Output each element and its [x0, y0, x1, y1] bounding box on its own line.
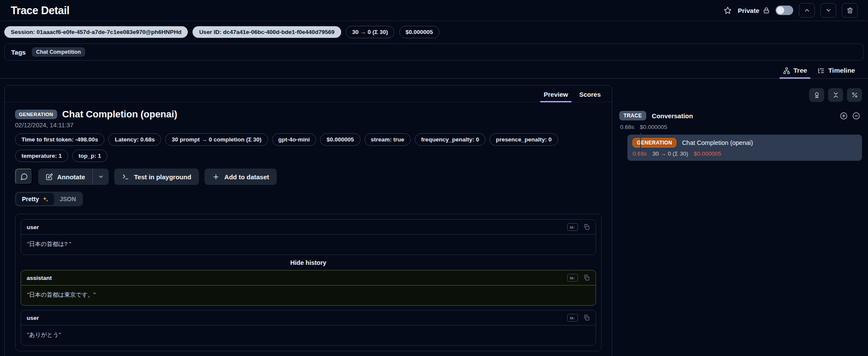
observation-title: Chat Completion (openai)	[62, 109, 177, 120]
privacy-indicator: Private	[738, 7, 770, 14]
delete-trace-button[interactable]	[842, 3, 858, 18]
temperature-badge: temperature: 1	[15, 150, 68, 162]
tab-timeline[interactable]: Timeline	[813, 64, 859, 78]
trace-zoom-controls	[840, 112, 862, 120]
plus-icon	[212, 173, 220, 181]
message-circle-icon	[20, 173, 28, 181]
message-role: user	[27, 315, 39, 321]
tags-container: Tags Chat Competition	[4, 43, 864, 61]
privacy-toggle[interactable]	[776, 6, 793, 15]
markdown-toggle-icon[interactable]: M↓	[567, 223, 578, 231]
page-header: Trace Detail Private	[0, 0, 868, 21]
test-in-playground-button[interactable]: Test in playground	[114, 169, 199, 185]
latency-badge: Latency: 0.68s	[108, 133, 161, 146]
trace-metrics: 0.68s $0.000005	[619, 124, 862, 130]
format-json-button[interactable]: JSON	[54, 193, 82, 205]
prompt-completion-badge: 30 prompt → 0 completion (Σ 30)	[165, 133, 268, 146]
generation-type-badge: GENERATION	[633, 138, 676, 147]
trace-node[interactable]: TRACE Conversation	[619, 111, 862, 120]
tags-label: Tags	[11, 49, 26, 56]
message-header: user M↓	[21, 220, 596, 235]
generation-cost: $0.000005	[694, 150, 721, 157]
stream-badge: stream: true	[364, 133, 411, 146]
award-icon	[813, 92, 820, 99]
message-header-icons: M↓	[567, 314, 590, 322]
observation-actions: Annotate Test in playground Add to datas…	[15, 169, 602, 185]
trace-latency: 0.68s	[620, 124, 634, 130]
terminal-icon	[122, 173, 129, 181]
copy-icon[interactable]	[583, 224, 590, 230]
hide-history-button[interactable]: Hide history	[21, 255, 596, 270]
header-actions: Private	[723, 3, 858, 18]
model-badge[interactable]: gpt-4o-mini	[272, 133, 317, 146]
message-header: assistant M↓	[21, 270, 596, 285]
format-pretty-button[interactable]: Pretty	[16, 193, 54, 205]
add-to-dataset-button[interactable]: Add to dataset	[205, 169, 277, 185]
toggle-knob	[776, 6, 784, 14]
generation-name: Chat Completion (openai)	[682, 139, 753, 146]
collapse-all-button[interactable]	[828, 88, 843, 102]
annotate-label: Annotate	[57, 173, 85, 181]
chevron-up-icon	[804, 7, 810, 14]
spacer	[21, 306, 596, 310]
message-role: assistant	[27, 275, 52, 281]
markdown-toggle-icon[interactable]: M↓	[567, 314, 578, 322]
view-tabs: Tree Timeline	[0, 64, 868, 79]
user-id-badge[interactable]: User ID: dc47a41e-06bc-400d-bde1-f0e440d…	[193, 26, 341, 38]
pretty-label: Pretty	[22, 196, 39, 203]
comment-button[interactable]	[15, 169, 33, 185]
markdown-toggle-icon[interactable]: M↓	[567, 274, 578, 282]
message-card-assistant: assistant M↓ "日本の首都は東京です。"	[21, 270, 596, 306]
annotate-split-button: Annotate	[38, 169, 109, 185]
observation-badges: Time to first token: -498.00s Latency: 0…	[15, 133, 587, 162]
trace-cost: $0.000005	[640, 124, 667, 130]
tree-indent-guide	[640, 133, 641, 157]
minus-circle-icon[interactable]	[852, 112, 860, 120]
tab-preview[interactable]: Preview	[538, 88, 573, 102]
tab-tree-label: Tree	[794, 67, 807, 74]
json-label: JSON	[60, 196, 76, 203]
message-header-icons: M↓	[567, 274, 590, 282]
tab-tree[interactable]: Tree	[779, 64, 812, 78]
ttft-badge: Time to first token: -498.00s	[15, 133, 104, 146]
message-card-user-1: user M↓ "日本の首都は? "	[21, 219, 596, 255]
plus-circle-icon[interactable]	[840, 112, 848, 120]
observation-title-row: GENERATION Chat Completion (openai)	[15, 109, 602, 120]
frequency-penalty-badge: frequency_penalty: 0	[415, 133, 486, 146]
tree-icon	[783, 67, 790, 74]
show-scores-button[interactable]	[809, 88, 824, 102]
tag-chip[interactable]: Chat Competition	[32, 47, 85, 57]
bookmark-star-icon[interactable]	[723, 6, 732, 15]
top-p-badge: top_p: 1	[72, 150, 108, 162]
tab-scores[interactable]: Scores	[574, 88, 606, 102]
generation-node-selected[interactable]: GENERATION Chat Completion (openai) 0.68…	[627, 135, 862, 161]
trace-tree-sidebar: TRACE Conversation 0.68s $0.000005 GENER…	[612, 85, 865, 161]
main-content: Preview Scores GENERATION Chat Completio…	[0, 85, 868, 352]
io-preview: user M↓ "日本の首都は? " Hide history assistan…	[15, 214, 602, 351]
message-content: "日本の首都は東京です。"	[21, 285, 596, 305]
trace-name: Conversation	[652, 112, 693, 120]
observation-panel: Preview Scores GENERATION Chat Completio…	[4, 85, 612, 356]
toggle-metrics-button[interactable]	[847, 88, 862, 102]
annotate-button[interactable]: Annotate	[38, 169, 92, 185]
prev-trace-button[interactable]	[799, 3, 815, 18]
privacy-label: Private	[738, 7, 759, 14]
annotate-dropdown-button[interactable]	[93, 169, 109, 185]
generation-latency: 0.68s	[633, 150, 647, 157]
tree-controls	[619, 88, 862, 102]
observation-tabs: Preview Scores	[5, 86, 612, 102]
format-toggle: Pretty JSON	[15, 192, 83, 206]
sparkles-icon	[42, 196, 49, 203]
message-role: user	[27, 224, 39, 230]
chevron-down-icon	[825, 7, 832, 14]
trace-meta-row: Session: 01aaacf6-e0fe-457d-a7de-7c1ee08…	[0, 21, 868, 43]
message-content: "ありがとう"	[21, 325, 596, 345]
copy-icon[interactable]	[583, 274, 590, 281]
copy-icon[interactable]	[583, 314, 590, 321]
session-badge[interactable]: Session: 01aaacf6-e0fe-457d-a7de-7c1ee08…	[4, 26, 188, 38]
message-content: "日本の首都は? "	[21, 235, 596, 255]
lock-icon	[763, 7, 770, 14]
observation-body: GENERATION Chat Completion (openai) 02/1…	[5, 102, 612, 351]
message-card-user-2: user M↓ "ありがとう"	[21, 310, 596, 346]
next-trace-button[interactable]	[820, 3, 836, 18]
